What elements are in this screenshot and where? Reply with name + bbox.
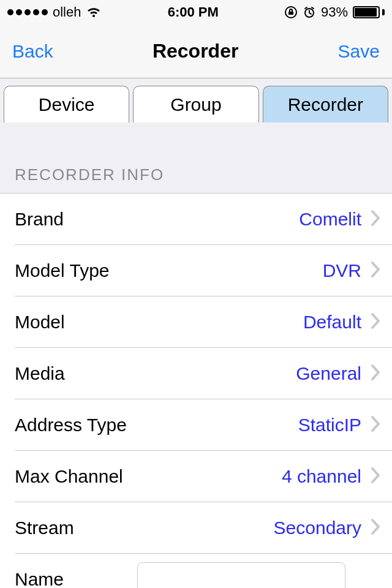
row-brand[interactable]: Brand Comelit: [0, 194, 392, 245]
row-name: Name: [0, 554, 392, 588]
chevron-right-icon: [370, 518, 381, 538]
chevron-right-icon: [370, 363, 381, 384]
row-value: 4 channel: [282, 466, 361, 487]
row-stream[interactable]: Stream Secondary: [0, 502, 392, 554]
row-label: Max Channel: [15, 466, 123, 487]
chevron-right-icon: [370, 260, 381, 281]
nav-bar: Back Recorder Save: [0, 24, 392, 78]
row-value: Secondary: [274, 518, 361, 538]
row-label: Media: [15, 363, 65, 384]
wifi-icon: [86, 6, 102, 18]
clock-label: 6:00 PM: [168, 4, 219, 20]
signal-dots-icon: [7, 9, 48, 15]
row-label: Address Type: [15, 415, 127, 435]
chevron-right-icon: [370, 312, 381, 333]
row-media[interactable]: Media General: [0, 348, 392, 399]
row-value: DVR: [323, 260, 361, 281]
segment-device[interactable]: Device: [4, 86, 129, 123]
row-label: Brand: [15, 209, 64, 230]
row-label: Model: [15, 312, 65, 333]
row-model[interactable]: Model Default: [0, 296, 392, 348]
chevron-right-icon: [370, 466, 381, 487]
battery-icon: [353, 6, 385, 18]
chevron-right-icon: [370, 209, 381, 230]
row-model-type[interactable]: Model Type DVR: [0, 245, 392, 296]
page-title: Recorder: [153, 40, 239, 62]
row-max-channel[interactable]: Max Channel 4 channel: [0, 451, 392, 502]
back-button[interactable]: Back: [12, 41, 53, 62]
row-value: Default: [303, 312, 361, 333]
status-bar: olleh 6:00 PM 93%: [0, 0, 392, 24]
row-label: Stream: [15, 518, 74, 538]
row-label: Name: [15, 569, 137, 588]
battery-pct-label: 93%: [321, 4, 348, 20]
name-input[interactable]: [137, 562, 345, 588]
segmented-control: Device Group Recorder: [4, 86, 388, 123]
row-value: General: [296, 363, 361, 384]
row-value: StaticIP: [298, 415, 361, 435]
row-address-type[interactable]: Address Type StaticIP: [0, 399, 392, 451]
section-header: RECORDER INFO: [0, 123, 392, 194]
row-value: Comelit: [299, 209, 361, 230]
chevron-right-icon: [370, 415, 381, 435]
carrier-label: olleh: [53, 4, 81, 20]
settings-list: Brand Comelit Model Type DVR Model Defau…: [0, 194, 392, 588]
save-button[interactable]: Save: [338, 41, 380, 62]
segment-group[interactable]: Group: [133, 86, 258, 123]
orientation-lock-icon: [284, 6, 298, 19]
row-label: Model Type: [15, 260, 110, 281]
segment-recorder[interactable]: Recorder: [263, 86, 388, 123]
alarm-icon: [303, 6, 316, 19]
